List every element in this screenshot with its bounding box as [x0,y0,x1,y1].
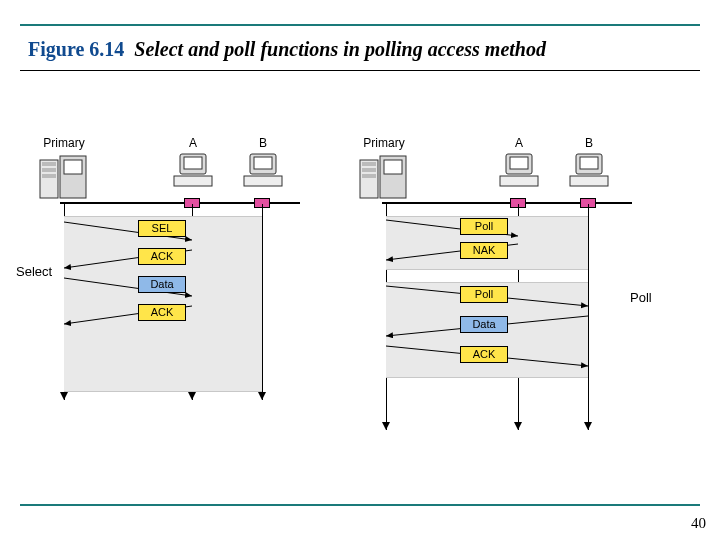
msg-sel: SEL [138,220,186,237]
msg-data: Data [138,276,186,293]
figure-number: Figure 6.14 [28,38,124,60]
side-label-select: Select [16,264,52,279]
title-underline [20,70,700,71]
svg-marker-37 [514,422,522,430]
msg-ack: ACK [138,248,186,265]
svg-marker-16 [60,392,68,400]
msg-ack: ACK [460,346,508,363]
side-label-poll: Poll [630,290,652,305]
arrows-right [350,140,670,440]
msg-nak: NAK [460,242,508,259]
figure-title: Figure 6.14 Select and poll functions in… [28,38,546,61]
bottom-rule [20,504,700,506]
svg-marker-36 [382,422,390,430]
figure-caption: Select and poll functions in polling acc… [134,38,546,60]
msg-ack: ACK [138,304,186,321]
svg-marker-18 [258,392,266,400]
msg-poll: Poll [460,218,508,235]
arrows-left [30,140,330,410]
page-number: 40 [691,515,706,532]
svg-marker-38 [584,422,592,430]
top-rule [20,24,700,26]
msg-poll: Poll [460,286,508,303]
diagram-area: Primary A B [30,140,690,440]
msg-data: Data [460,316,508,333]
svg-marker-17 [188,392,196,400]
